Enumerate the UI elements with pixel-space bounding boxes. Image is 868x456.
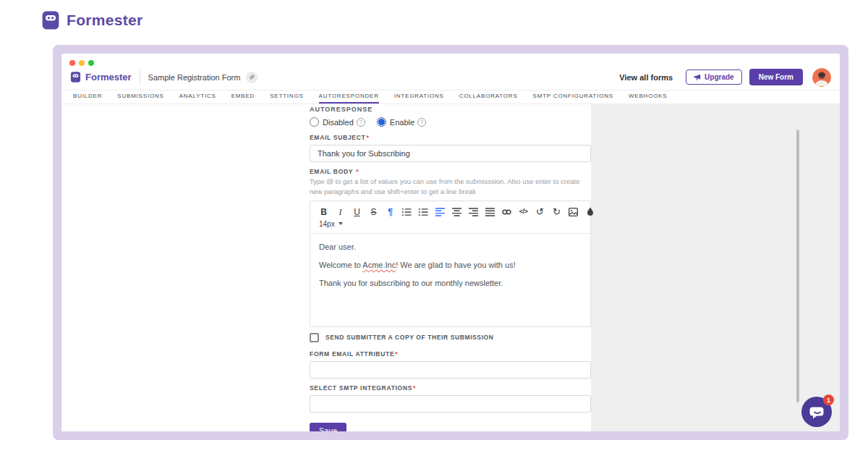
form-link-icon[interactable] [246,72,258,83]
code-icon[interactable]: </> [519,207,528,217]
help-icon[interactable]: ? [357,118,365,127]
user-avatar[interactable] [812,68,831,87]
send-copy-checkbox[interactable] [310,333,319,342]
required-asterisk: * [366,134,369,141]
formester-robot-icon [41,11,60,30]
email-subject-label: EMAIL SUBJECT* [310,134,591,141]
app-window: Formester Sample Registration Form View … [61,54,840,431]
tab-smtp-configurations[interactable]: SMTP CONFIGURATIONS [533,90,613,104]
misspelled-word: Acme.Inc [362,261,396,269]
upgrade-button[interactable]: Upgrade [686,69,742,85]
new-form-button[interactable]: New Form [749,69,803,85]
app-brand-name[interactable]: Formester [85,72,132,83]
formester-robot-icon[interactable] [70,72,81,83]
smtp-integrations-label: SELECT SMTP INTEGRATIONS* [310,384,591,392]
tab-settings[interactable]: SETTINGS [270,90,303,104]
required-asterisk: * [413,384,416,392]
vertical-scrollbar[interactable] [796,130,799,402]
italic-icon[interactable]: I [336,207,345,217]
send-copy-label[interactable]: SEND SUBMITTER A COPY OF THEIR SUBMISSIO… [326,334,494,341]
save-button[interactable]: Save [310,423,346,431]
page-brand-name: Formester [67,12,142,29]
link-icon[interactable] [502,207,511,217]
editor-toolbar: B I U S ¶ </> [310,201,590,219]
autoresponse-toggle-group: Disabled ? Enable ? [310,117,591,127]
window-frame: Formester Sample Registration Form View … [53,45,848,440]
font-size-select[interactable]: 14px [310,219,590,234]
underline-icon[interactable]: U [352,207,362,217]
header-divider [140,70,140,85]
preview-panel [591,104,840,431]
redo-icon[interactable]: ↻ [552,207,561,217]
disabled-radio-label[interactable]: Disabled [323,118,354,127]
view-all-forms-link[interactable]: View all forms [619,73,673,82]
required-asterisk: * [356,168,359,175]
tab-collaborators[interactable]: COLLABORATORS [459,90,518,104]
header-actions: View all forms Upgrade New Form [619,68,831,87]
required-asterisk: * [395,350,398,358]
justify-icon[interactable] [485,207,495,217]
undo-icon[interactable]: ↺ [535,207,545,217]
image-icon[interactable] [569,207,578,217]
page-brand-logo: Formester [41,11,142,30]
section-title: AUTORESPONSE [310,106,591,113]
chat-notification-badge: 1 [823,394,834,405]
align-center-icon[interactable] [452,207,461,217]
paragraph-icon[interactable]: ¶ [386,207,395,217]
tab-bar: BUILDERSUBMISSIONSANALYTICSEMBEDSETTINGS… [61,90,840,104]
main-content: AUTORESPONSE Disabled ? Enable ? EMAIL S… [61,104,840,431]
body-paragraph: Dear user. [319,242,582,251]
enable-radio[interactable] [377,117,386,127]
color-drop-icon[interactable] [585,207,595,217]
tab-builder[interactable]: BUILDER [73,90,102,104]
smtp-integrations-input[interactable] [310,395,591,413]
tab-embed[interactable]: EMBED [231,90,255,104]
window-titlebar [61,54,840,64]
send-copy-row: SEND SUBMITTER A COPY OF THEIR SUBMISSIO… [310,333,591,342]
form-email-attribute-input[interactable] [310,361,591,379]
strikethrough-icon[interactable]: S [369,207,378,217]
form-title: Sample Registration Form [148,73,241,82]
email-body-help: Type @ to get a list of values you can u… [310,177,591,197]
email-subject-input[interactable] [310,145,591,162]
enable-radio-label[interactable]: Enable [390,118,414,127]
tab-analytics[interactable]: ANALYTICS [179,90,216,104]
tab-autoresponder[interactable]: AUTORESPONDER [319,90,379,104]
disabled-radio[interactable] [310,117,319,127]
form-email-attribute-label: FORM EMAIL ATTRIBUTE* [310,350,591,358]
autoresponder-form: AUTORESPONSE Disabled ? Enable ? EMAIL S… [310,104,591,431]
bold-icon[interactable]: B [319,207,328,217]
email-body-label: EMAIL BODY * [310,168,591,175]
tab-integrations[interactable]: INTEGRATIONS [394,90,444,104]
editor-body[interactable]: Dear user. Welcome to Acme.Inc! We are g… [310,234,590,326]
tab-submissions[interactable]: SUBMISSIONS [117,90,163,104]
body-paragraph: Welcome to Acme.Inc! We are glad to have… [319,261,582,269]
upgrade-button-label: Upgrade [705,73,734,81]
align-right-icon[interactable] [469,207,478,217]
megaphone-icon [694,74,701,81]
chevron-down-icon [339,222,343,225]
bullet-list-icon[interactable] [402,207,412,217]
chat-widget-button[interactable]: 1 [801,397,832,427]
font-size-value: 14px [319,220,335,228]
tab-webhooks[interactable]: WEBHOOKS [629,90,668,104]
help-icon[interactable]: ? [417,118,426,127]
rich-text-editor: B I U S ¶ </> [310,200,591,327]
page: Formester Formester Sample Registration … [0,0,868,456]
ordered-list-icon[interactable] [419,207,428,217]
app-header: Formester Sample Registration Form View … [61,64,840,90]
body-paragraph: Thank you for subscribing to our monthly… [319,279,582,287]
align-left-icon[interactable] [435,207,445,217]
